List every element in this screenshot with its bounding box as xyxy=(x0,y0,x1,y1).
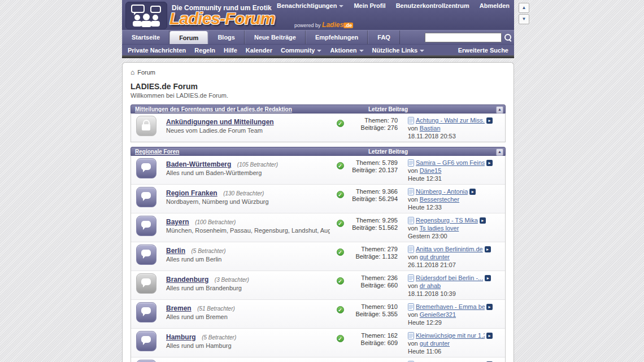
post-page-icon[interactable] xyxy=(408,332,414,339)
category-title-link[interactable]: Mitteilungen des Forenteams und der Ladi… xyxy=(135,106,292,112)
last-post-by-label: von xyxy=(408,196,418,203)
last-post-user-link[interactable]: Däne15 xyxy=(420,167,442,174)
forum-title-link[interactable]: Hamburg xyxy=(166,333,196,341)
tab-startseite[interactable]: Startseite xyxy=(122,30,169,44)
collapse-icon[interactable]: ▲ xyxy=(496,149,503,156)
forum-description: Alles rund um Baden-Württemberg xyxy=(166,169,330,176)
post-page-icon[interactable] xyxy=(408,303,414,311)
nav-kalender[interactable]: Kalender xyxy=(246,47,272,54)
post-page-icon[interactable] xyxy=(408,159,414,167)
last-post-title-link[interactable]: Kleinwüchsige mit nur 1,20m... xyxy=(416,332,485,339)
last-post-title-link[interactable]: Bremerhaven - Emma bei den... xyxy=(416,303,485,311)
nav-nuetzliche-links-menu[interactable]: Nützliche Links xyxy=(372,47,425,54)
powered-brand[interactable]: Ladies xyxy=(322,21,343,29)
category-title-link[interactable]: Regionale Foren xyxy=(135,149,179,155)
nav-aktionen-menu[interactable]: Aktionen xyxy=(330,47,363,54)
last-post-title-link[interactable]: Regensburg - TS Mika xyxy=(416,216,478,224)
header-divider xyxy=(122,55,514,58)
last-post-user-link[interactable]: gut drunter xyxy=(420,340,450,347)
last-post-time: Heute 12:31 xyxy=(408,175,503,182)
last-post-cell: Samira – GF6 vom Feinsten ▸ von Däne15 H… xyxy=(408,158,503,182)
last-post-title-link[interactable]: Anitta von Berlinintim.de xyxy=(416,245,483,253)
forum-category: Regionale Foren Letzter Beitrag ▲ Baden-… xyxy=(130,147,506,362)
last-post-user-link[interactable]: Genießer321 xyxy=(420,311,456,318)
tab-empfehlungen[interactable]: Empfehlungen xyxy=(306,30,368,44)
forum-row: Bayern (100 Betrachter) München, Rosenhe… xyxy=(131,213,505,242)
goto-last-post-icon[interactable]: ▸ xyxy=(486,117,493,124)
my-profile-link[interactable]: Mein Profil xyxy=(354,2,385,9)
forum-status-cell: ✓ xyxy=(332,186,348,211)
last-post-by-label: von xyxy=(408,282,418,289)
nav-hilfe[interactable]: Hilfe xyxy=(224,47,237,54)
forum-title-link[interactable]: Region Franken xyxy=(166,189,217,197)
post-page-icon[interactable] xyxy=(408,217,414,224)
last-post-user-link[interactable]: Bastian xyxy=(420,125,441,132)
forum-title-link[interactable]: Bremen xyxy=(166,304,192,312)
goto-last-post-icon[interactable]: ▸ xyxy=(486,333,493,339)
scroll-top-button[interactable]: ▲ xyxy=(519,3,529,13)
home-icon[interactable]: ⌂ xyxy=(130,68,134,76)
last-post-title-link[interactable]: Achtung - Wahl zur Miss... xyxy=(416,116,485,124)
new-posts-check-icon: ✓ xyxy=(337,248,344,256)
search-input[interactable] xyxy=(425,33,502,42)
tab-neue-beitraege[interactable]: Neue Beiträge xyxy=(245,30,306,44)
nav-community-menu[interactable]: Community xyxy=(281,47,322,54)
logo-icon[interactable] xyxy=(125,2,167,29)
powered-brand-tld[interactable]: .de xyxy=(343,23,353,28)
forum-title-link[interactable]: Baden-Württemberg xyxy=(166,160,231,168)
goto-last-post-icon[interactable]: ▸ xyxy=(480,217,486,224)
goto-last-post-icon[interactable]: ▸ xyxy=(485,246,491,252)
goto-last-post-icon[interactable]: ▸ xyxy=(486,160,493,166)
forum-main-cell: Ankündigungen und Mitteilungen Neues vom… xyxy=(163,115,332,140)
breadcrumb-forum-link[interactable]: Forum xyxy=(137,69,155,76)
post-page-icon[interactable] xyxy=(408,274,414,282)
advanced-search-link[interactable]: Erweiterte Suche xyxy=(458,47,508,54)
last-post-cell: Achtung - Wahl zur Miss... ▸ von Bastian… xyxy=(408,115,503,140)
last-post-by-label: von xyxy=(408,225,418,232)
forum-title-link[interactable]: Ankündigungen und Mitteilungen xyxy=(166,118,274,126)
search-button[interactable] xyxy=(502,30,514,44)
forum-status-icon xyxy=(136,245,156,265)
post-page-icon[interactable] xyxy=(408,188,414,195)
logout-link[interactable]: Abmelden xyxy=(480,2,510,9)
post-page-icon[interactable] xyxy=(408,117,414,124)
nav-regeln[interactable]: Regeln xyxy=(194,47,215,54)
last-post-time: Heute 12:33 xyxy=(408,203,503,211)
forum-title-link[interactable]: Brandenburg xyxy=(166,276,208,284)
goto-last-post-icon[interactable]: ▸ xyxy=(469,189,476,195)
tab-forum[interactable]: Forum xyxy=(169,31,208,44)
viewer-count: (5 Betrachter) xyxy=(191,248,225,254)
last-post-title-link[interactable]: Rüdersdorf bei Berlin -... xyxy=(416,274,483,282)
nav-private-nachrichten[interactable]: Private Nachrichten xyxy=(128,47,186,54)
forum-status-cell: ✓ xyxy=(332,330,348,355)
last-post-time: 18.11.2018 20:53 xyxy=(408,132,503,140)
last-post-by-label: von xyxy=(408,311,418,318)
last-post-title-link[interactable]: Nürnberg - Antonia xyxy=(416,187,468,195)
forum-stats: Themen: 5.127 Beiträge: 29.263 xyxy=(348,359,398,362)
scroll-bottom-button[interactable]: ▼ xyxy=(519,14,529,24)
forum-title-link[interactable]: Bayern xyxy=(166,218,189,226)
last-post-user-link[interactable]: gut drunter xyxy=(420,254,450,260)
site-logo-text[interactable]: Ladies-Forum xyxy=(169,9,275,28)
forum-title-link[interactable]: Berlin xyxy=(166,247,185,255)
last-post-user-link[interactable]: Ts ladies lover xyxy=(420,225,459,232)
post-page-icon[interactable] xyxy=(408,246,414,253)
user-cp-link[interactable]: Benutzerkontrollzentrum xyxy=(396,2,469,9)
collapse-icon[interactable]: ▲ xyxy=(496,106,503,114)
forum-main-cell: Bremen (51 Betrachter) Alles rund um Bre… xyxy=(163,302,332,326)
last-post-user-link[interactable]: dr ahab xyxy=(420,282,441,289)
last-post-user-link[interactable]: Besserstecher xyxy=(420,196,459,203)
forum-rows: Baden-Württemberg (105 Betrachter) Alles… xyxy=(130,156,506,362)
last-post-title-link[interactable]: Samira – GF6 vom Feinsten xyxy=(416,159,485,167)
site-header: Die Community rund um Erotik Ladies-Foru… xyxy=(122,0,514,30)
goto-last-post-icon[interactable]: ▸ xyxy=(486,304,493,310)
forum-description: Alles rund um Hamburg xyxy=(166,342,330,349)
forum-status-cell: ✓ xyxy=(332,302,348,326)
last-post-cell: Bremerhaven - Emma bei den... ▸ von Geni… xyxy=(408,302,503,326)
tab-faq[interactable]: FAQ xyxy=(368,30,400,44)
forum-main-cell: Bayern (100 Betrachter) München, Rosenhe… xyxy=(163,215,332,240)
tab-blogs[interactable]: Blogs xyxy=(208,30,245,44)
goto-last-post-icon[interactable]: ▸ xyxy=(485,275,491,281)
forum-icon-cell xyxy=(133,359,163,362)
notifications-menu[interactable]: Benachrichtigungen xyxy=(277,2,343,9)
